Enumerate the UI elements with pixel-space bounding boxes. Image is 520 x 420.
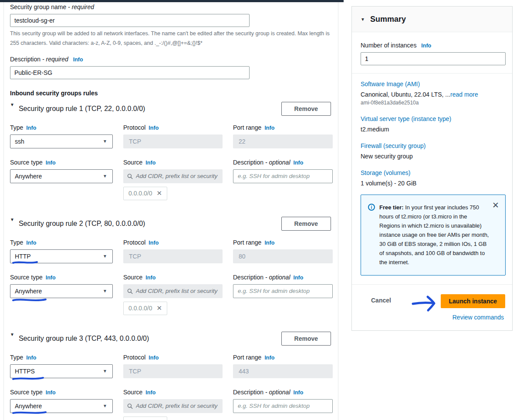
collapse-caret-icon[interactable]: ▼ [10,102,14,107]
summary-header[interactable]: ▼ Summary [352,7,512,32]
rule-2-protocol-field: TCP [123,249,223,263]
protocol-info-link[interactable]: Info [149,125,159,131]
rule-2-source-search[interactable] [123,284,223,298]
chevron-down-icon: ▼ [103,254,107,259]
cancel-button[interactable]: Cancel [371,297,391,304]
chevron-down-icon: ▼ [103,174,107,178]
description-label: Description [10,56,41,63]
rule-2-source-type-value: Anywhere [15,288,42,295]
rule-2-source-type-select[interactable]: Anywhere ▼ [10,284,113,298]
source-info-link[interactable]: Info [145,390,155,396]
review-commands-link[interactable]: Review commands [452,314,504,321]
port-range-info-link[interactable]: Info [264,240,274,246]
rule-description-info-link[interactable]: Info [294,275,304,281]
collapse-caret-icon[interactable]: ▼ [10,217,14,222]
instances-info-link[interactable]: Info [421,43,431,49]
rule-1-type-value: ssh [15,138,24,145]
cidr-chip-label: 0.0.0.0/0 [128,190,152,197]
source-info-link[interactable]: Info [145,275,155,281]
type-label: Type [10,354,23,361]
summary-section-ami: Software Image (AMI) Canonical, Ubuntu, … [361,81,505,106]
rule-1-source-input[interactable] [136,173,219,179]
rule-3-type-select[interactable]: HTTPS ▼ [10,364,113,378]
description-info-link[interactable]: Info [73,57,83,63]
rule-1-title: Security group rule 1 (TCP, 22, 0.0.0.0/… [19,105,145,113]
protocol-info-link[interactable]: Info [149,355,159,361]
rule-description-info-link[interactable]: Info [294,390,304,396]
rule-1-source-search[interactable] [123,169,223,183]
summary-body: Number of instances Info Software Image … [352,32,512,276]
security-group-rule-2: ▼ Security group rule 2 (TCP, 80, 0.0.0.… [10,217,331,315]
storage-section-link[interactable]: Storage (volumes) [361,169,505,176]
info-circle-icon: i [368,204,375,211]
port-range-info-link[interactable]: Info [264,125,274,131]
chevron-down-icon: ▼ [103,403,107,408]
chevron-down-icon: ▼ [103,369,107,373]
sg-name-help-text: This security group will be added to all… [10,29,332,48]
rule-3-title: Security group rule 3 (TCP, 443, 0.0.0.0… [19,335,149,343]
rule-2-type-value: HTTP [15,253,31,260]
rule-2-source-input[interactable] [136,288,219,294]
protocol-info-link[interactable]: Info [149,240,159,246]
type-info-link[interactable]: Info [26,355,36,361]
annotation-underline [12,410,47,415]
source-label: Source [123,389,142,396]
rule-3-description-input[interactable] [233,399,333,413]
source-type-label: Source type [10,274,43,281]
source-info-link[interactable]: Info [145,160,155,166]
collapsed-section-bar [0,0,344,2]
rule-3-remove-button[interactable]: Remove [281,332,331,346]
rule-3-source-type-value: Anywhere [15,403,42,410]
type-info-link[interactable]: Info [26,240,36,246]
rule-description-info-link[interactable]: Info [294,160,304,166]
rule-3-source-type-select[interactable]: Anywhere ▼ [10,399,113,413]
type-info-link[interactable]: Info [26,125,36,131]
annotation-arrow [411,293,438,312]
sg-name-input[interactable] [10,14,250,27]
rule-2-cidr-chip: 0.0.0.0/0 ✕ [123,302,167,315]
instance-type-section-link[interactable]: Virtual server type (instance type) [361,115,505,122]
storage-value: 1 volume(s) - 20 GiB [361,180,505,187]
rule-1-remove-button[interactable]: Remove [281,102,331,116]
type-label: Type [10,124,23,131]
summary-footer: Cancel Launch instance Review commands [352,284,512,330]
rule-1-protocol-field: TCP [123,134,223,148]
rule-2-type-select[interactable]: HTTP ▼ [10,249,113,263]
rule-1-type-select[interactable]: ssh ▼ [10,134,113,148]
rule-3-protocol-field: TCP [123,364,223,378]
rule-2-remove-button[interactable]: Remove [281,217,331,231]
source-type-info-link[interactable]: Info [46,275,56,281]
page-layout: Security group name - required This secu… [0,0,520,420]
instances-input[interactable] [361,52,506,65]
summary-panel: ▼ Summary Number of instances Info Softw… [351,2,513,420]
rule-1-description-input[interactable] [233,169,333,183]
firewall-section-link[interactable]: Firewall (security group) [361,142,505,149]
source-type-info-link[interactable]: Info [46,160,56,166]
collapse-caret-icon[interactable]: ▼ [361,15,365,22]
launch-instance-button[interactable]: Launch instance [441,294,505,308]
description-input[interactable] [10,66,250,79]
rule-1-header: ▼ Security group rule 1 (TCP, 22, 0.0.0.… [10,102,331,116]
chevron-down-icon: ▼ [103,289,107,293]
chip-dismiss-icon[interactable]: ✕ [157,189,162,197]
instances-label: Number of instances [361,42,416,49]
read-more-link[interactable]: read more [450,91,478,98]
port-range-info-link[interactable]: Info [264,355,274,361]
chevron-down-icon: ▼ [103,139,107,144]
collapse-caret-icon[interactable]: ▼ [10,332,14,337]
close-icon[interactable]: ✕ [492,201,499,209]
search-icon [127,403,133,409]
sg-name-required: - required [68,3,94,10]
rule-2-description-input[interactable] [233,284,333,298]
port-range-label: Port range [233,354,261,361]
chip-dismiss-icon[interactable]: ✕ [157,304,162,312]
rule-1-source-type-select[interactable]: Anywhere ▼ [10,169,113,183]
rule-3-source-search[interactable] [123,399,223,413]
source-type-info-link[interactable]: Info [46,390,56,396]
rule-3-source-input[interactable] [136,403,219,409]
rule-1-source-type-value: Anywhere [15,173,42,180]
protocol-label: Protocol [123,354,145,361]
description-required: - required [42,56,68,63]
ami-section-link[interactable]: Software Image (AMI) [361,81,505,87]
summary-section-instance-type: Virtual server type (instance type) t2.m… [361,115,505,133]
